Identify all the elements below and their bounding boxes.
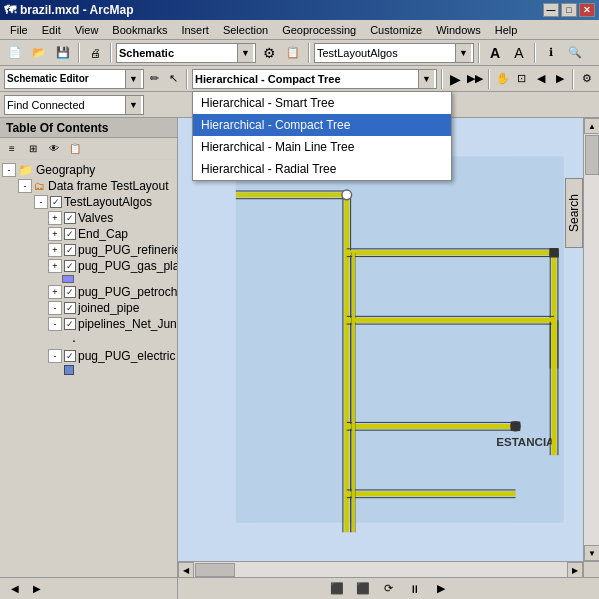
maximize-button[interactable]: □ [561, 3, 577, 17]
menu-selection[interactable]: Selection [217, 22, 274, 38]
minimize-button[interactable]: — [543, 3, 559, 17]
find-connected-dropdown[interactable]: Find Connected ▼ [4, 95, 144, 115]
print-button[interactable]: 🖨 [84, 42, 106, 64]
gasplan-checkbox[interactable] [64, 260, 76, 272]
nav-btn-2[interactable]: ⬛ [352, 578, 374, 600]
pipelines-expander[interactable]: - [48, 317, 62, 331]
layer-petroche[interactable]: + pug_PUG_petroche [2, 284, 175, 300]
valves-expander[interactable]: + [48, 211, 62, 225]
valves-checkbox[interactable] [64, 212, 76, 224]
sep-algo [441, 69, 443, 89]
petroche-expander[interactable]: + [48, 285, 62, 299]
toc-list-btn[interactable]: ≡ [2, 140, 22, 158]
prev-page-button[interactable]: ◀ [4, 578, 26, 600]
toc-header: Table Of Contents [0, 118, 177, 138]
menu-insert[interactable]: Insert [175, 22, 215, 38]
toc-visible-btn[interactable]: 👁 [44, 140, 64, 158]
schematic-arrow[interactable]: ▼ [237, 44, 253, 62]
layer-refineries[interactable]: + pug_PUG_refineries [2, 242, 175, 258]
geography-expander[interactable]: - [2, 163, 16, 177]
tb-icon-2[interactable]: 📋 [282, 42, 304, 64]
toc-source-btn[interactable]: ⊞ [23, 140, 43, 158]
settings-button[interactable]: ⚙ [578, 68, 595, 90]
endcap-checkbox[interactable] [64, 228, 76, 240]
zoom-extent[interactable]: ⊡ [513, 68, 530, 90]
separator-3 [308, 43, 310, 63]
algo-dropdown[interactable]: Hierarchical - Compact Tree ▼ [192, 69, 437, 89]
scroll-down-button[interactable]: ▼ [584, 545, 599, 561]
testlayout-expander[interactable]: - [34, 195, 48, 209]
endcap-expander[interactable]: + [48, 227, 62, 241]
menu-file[interactable]: File [4, 22, 34, 38]
petroche-checkbox[interactable] [64, 286, 76, 298]
toc-select-btn[interactable]: 📋 [65, 140, 85, 158]
run-all-button[interactable]: ▶▶ [466, 68, 484, 90]
menu-windows[interactable]: Windows [430, 22, 487, 38]
menu-bookmarks[interactable]: Bookmarks [106, 22, 173, 38]
run-algo-button[interactable]: ▶ [447, 68, 464, 90]
new-button[interactable]: 📄 [4, 42, 26, 64]
search-tab[interactable]: Search [565, 178, 583, 248]
testlayout-checkbox[interactable] [50, 196, 62, 208]
layer-gasplan[interactable]: + pug_PUG_gas_plan [2, 258, 175, 274]
next-page-button[interactable]: ▶ [26, 578, 48, 600]
edit-tool[interactable]: ✏ [146, 68, 163, 90]
scroll-up-button[interactable]: ▲ [584, 118, 599, 134]
dataframe-expander[interactable]: - [18, 179, 32, 193]
refresh-button[interactable]: ⟳ [378, 578, 400, 600]
identify-button[interactable]: ℹ [540, 42, 562, 64]
zoom-out-button[interactable]: A [508, 42, 530, 64]
find-connected-arrow[interactable]: ▼ [125, 96, 141, 114]
scroll-right-button[interactable]: ▶ [567, 562, 583, 577]
map-scrollbar-h[interactable]: ◀ ▶ [178, 561, 583, 577]
layer-endcap[interactable]: + End_Cap [2, 226, 175, 242]
geography-node[interactable]: - 📁 Geography [2, 162, 175, 178]
zoom-fwd[interactable]: ▶ [551, 68, 568, 90]
menu-help[interactable]: Help [489, 22, 524, 38]
zoom-back[interactable]: ◀ [532, 68, 549, 90]
layout-combo-arrow[interactable]: ▼ [455, 44, 471, 62]
scroll-v-thumb[interactable] [585, 135, 599, 175]
save-button[interactable]: 💾 [52, 42, 74, 64]
open-button[interactable]: 📂 [28, 42, 50, 64]
scroll-left-button[interactable]: ◀ [178, 562, 194, 577]
layer-valves[interactable]: + Valves [2, 210, 175, 226]
menu-view[interactable]: View [69, 22, 105, 38]
algo-option-main-line[interactable]: Hierarchical - Main Line Tree [193, 136, 451, 158]
layer-pipelines[interactable]: - pipelines_Net_Junc [2, 316, 175, 332]
gasplan-expander[interactable]: + [48, 259, 62, 273]
edit-tool-2[interactable]: ↖ [165, 68, 182, 90]
algo-option-radial-tree[interactable]: Hierarchical - Radial Tree [193, 158, 451, 180]
algo-option-smart-tree[interactable]: Hierarchical - Smart Tree [193, 92, 451, 114]
dataframe-node[interactable]: - 🗂 Data frame TestLayout [2, 178, 175, 194]
pipelines-checkbox[interactable] [64, 318, 76, 330]
schematic-editor-arrow[interactable]: ▼ [125, 70, 141, 88]
layout-combo[interactable]: TestLayoutAlgos ▼ [314, 43, 474, 63]
menu-geoprocessing[interactable]: Geoprocessing [276, 22, 362, 38]
electric-checkbox[interactable] [64, 350, 76, 362]
schematic-dropdown[interactable]: Schematic ▼ [116, 43, 256, 63]
scroll-h-thumb[interactable] [195, 563, 235, 577]
layer-testlayout[interactable]: - TestLayoutAlgos [2, 194, 175, 210]
map-scrollbar-v[interactable]: ▲ ▼ [583, 118, 599, 561]
pause-button[interactable]: ⏸ [404, 578, 426, 600]
zoom-in-button[interactable]: A [484, 42, 506, 64]
layer-joinedpipe[interactable]: - joined_pipe [2, 300, 175, 316]
algo-dropdown-arrow[interactable]: ▼ [418, 70, 434, 88]
close-button[interactable]: ✕ [579, 3, 595, 17]
nav-btn-1[interactable]: ⬛ [326, 578, 348, 600]
schematic-editor-dropdown[interactable]: Schematic Editor ▼ [4, 69, 144, 89]
play-button[interactable]: ▶ [430, 578, 452, 600]
layer-electric[interactable]: - pug_PUG_electric [2, 348, 175, 364]
menu-customize[interactable]: Customize [364, 22, 428, 38]
refineries-expander[interactable]: + [48, 243, 62, 257]
electric-expander[interactable]: - [48, 349, 62, 363]
tb-icon-1[interactable]: ⚙ [258, 42, 280, 64]
joinedpipe-expander[interactable]: - [48, 301, 62, 315]
joinedpipe-checkbox[interactable] [64, 302, 76, 314]
search-button[interactable]: 🔍 [564, 42, 586, 64]
algo-option-compact-tree[interactable]: Hierarchical - Compact Tree [193, 114, 451, 136]
refineries-checkbox[interactable] [64, 244, 76, 256]
menu-edit[interactable]: Edit [36, 22, 67, 38]
pan-button[interactable]: ✋ [494, 68, 511, 90]
